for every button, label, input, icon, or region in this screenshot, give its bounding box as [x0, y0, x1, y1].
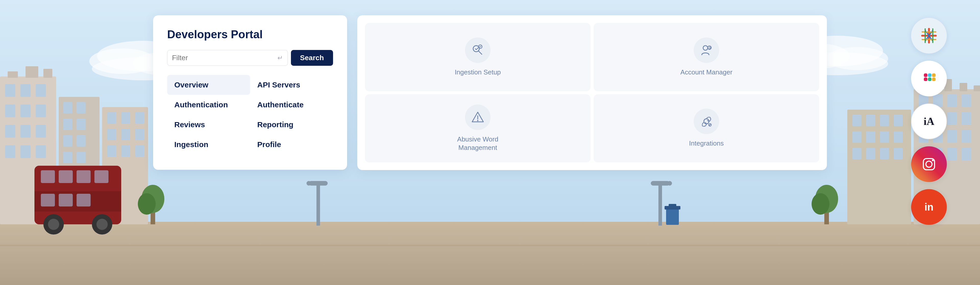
account-manager-icon [694, 38, 719, 63]
svg-rect-97 [894, 131, 903, 143]
in-text: in [924, 201, 934, 213]
svg-point-7 [827, 47, 888, 70]
svg-rect-61 [59, 194, 73, 206]
svg-point-107 [138, 193, 156, 215]
instagram-icon-bubble[interactable] [911, 146, 947, 182]
svg-point-113 [703, 46, 708, 50]
svg-point-53 [667, 181, 672, 185]
feature-card-abusive-word-management[interactable]: Abusive Word Management [365, 94, 590, 163]
svg-point-116 [477, 120, 479, 121]
search-button[interactable]: Search [291, 50, 333, 66]
svg-rect-108 [824, 201, 829, 224]
svg-rect-23 [36, 145, 46, 158]
svg-point-106 [142, 185, 164, 213]
search-input-wrap[interactable]: ↵ [167, 50, 288, 66]
svg-rect-56 [59, 170, 73, 183]
nav-item-ingestion[interactable]: Ingestion [167, 135, 250, 155]
svg-rect-35 [76, 152, 86, 163]
svg-rect-49 [309, 181, 328, 185]
svg-point-65 [92, 214, 112, 234]
svg-rect-24 [8, 71, 18, 78]
svg-rect-129 [928, 73, 932, 77]
svg-rect-41 [135, 112, 144, 124]
svg-rect-26 [43, 69, 52, 78]
svg-rect-51 [659, 181, 662, 226]
svg-rect-103 [665, 206, 680, 209]
svg-rect-33 [76, 135, 86, 147]
svg-rect-128 [924, 78, 928, 81]
ia-text: iA [924, 115, 934, 127]
svg-rect-20 [36, 125, 46, 138]
svg-rect-15 [5, 104, 15, 117]
svg-rect-78 [947, 130, 957, 143]
svg-point-110 [811, 193, 829, 215]
svg-rect-89 [847, 109, 911, 224]
svg-rect-44 [135, 129, 144, 140]
svg-rect-96 [880, 131, 889, 143]
svg-rect-27 [59, 97, 100, 224]
abusive-word-management-label: Abusive Word Management [457, 135, 498, 152]
svg-rect-88 [974, 86, 980, 91]
svg-point-64 [48, 219, 59, 230]
svg-rect-12 [5, 84, 15, 97]
svg-rect-40 [121, 112, 130, 124]
svg-rect-99 [866, 148, 875, 159]
svg-rect-132 [932, 78, 935, 81]
nav-item-authentication[interactable]: Authentication [167, 95, 250, 115]
svg-rect-22 [21, 145, 30, 158]
svg-rect-42 [107, 129, 116, 140]
svg-rect-59 [35, 191, 121, 212]
invision-icon-bubble[interactable]: in [911, 189, 947, 225]
svg-rect-100 [880, 148, 889, 159]
portal-card: Developers Portal ↵ Search Overview API … [153, 15, 347, 170]
svg-rect-34 [63, 152, 72, 163]
account-manager-label: Account Manager [680, 68, 732, 77]
nav-item-reporting[interactable]: Reporting [250, 115, 333, 135]
svg-rect-11 [0, 76, 56, 224]
svg-rect-46 [121, 145, 130, 157]
svg-rect-21 [5, 145, 15, 158]
svg-rect-17 [36, 104, 46, 117]
svg-rect-19 [21, 125, 30, 138]
feature-card-integrations[interactable]: Integrations [593, 94, 819, 163]
svg-rect-16 [21, 104, 30, 117]
nav-grid: Overview API Servers Authentication Auth… [167, 75, 333, 155]
svg-rect-43 [121, 129, 130, 140]
features-panel: Ingestion Setup Account Manager [357, 15, 827, 170]
nav-item-authenticate[interactable]: Authenticate [250, 95, 333, 115]
nav-item-overview[interactable]: Overview [167, 75, 250, 95]
svg-rect-47 [135, 145, 144, 157]
svg-point-2 [89, 48, 156, 74]
slack-icon-bubble[interactable] [911, 61, 947, 97]
tableau-icon-bubble[interactable] [911, 18, 947, 54]
svg-rect-52 [651, 181, 670, 185]
svg-rect-101 [894, 148, 903, 159]
svg-rect-131 [932, 73, 935, 77]
svg-rect-87 [959, 83, 967, 91]
portal-title: Developers Portal [167, 28, 333, 41]
nav-item-api-servers[interactable]: API Servers [250, 75, 333, 95]
svg-rect-36 [63, 168, 72, 180]
ingestion-setup-icon [465, 38, 490, 63]
nav-item-reviews[interactable]: Reviews [167, 115, 250, 135]
svg-point-135 [932, 160, 934, 162]
svg-rect-62 [76, 194, 91, 206]
svg-rect-71 [962, 94, 971, 107]
feature-card-ingestion-setup[interactable]: Ingestion Setup [365, 23, 590, 91]
svg-rect-70 [947, 94, 957, 107]
search-input[interactable] [172, 54, 275, 62]
svg-rect-105 [151, 201, 155, 224]
ingestion-setup-label: Ingestion Setup [455, 68, 501, 77]
integrations-icon [694, 109, 719, 134]
svg-rect-38 [102, 107, 148, 224]
ia-writer-icon-bubble[interactable]: iA [911, 103, 947, 139]
svg-rect-48 [317, 181, 320, 226]
main-content: Developers Portal ↵ Search Overview API … [153, 15, 827, 170]
svg-rect-95 [866, 131, 875, 143]
svg-rect-58 [94, 170, 108, 183]
svg-point-109 [815, 185, 838, 213]
nav-item-profile[interactable]: Profile [250, 135, 333, 155]
svg-rect-29 [76, 102, 86, 114]
svg-rect-90 [853, 115, 861, 126]
feature-card-account-manager[interactable]: Account Manager [593, 23, 819, 91]
